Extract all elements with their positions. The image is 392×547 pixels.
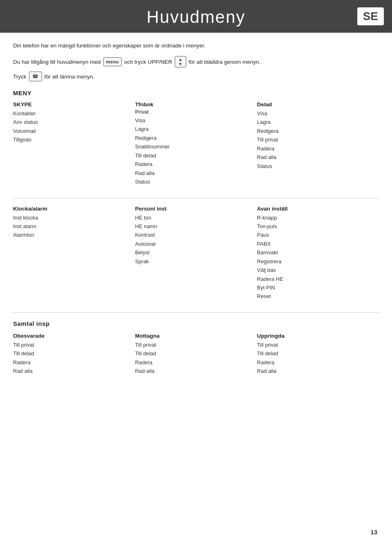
- list-item: Till privat: [135, 341, 253, 349]
- list-item: Visa: [135, 116, 253, 125]
- obesvarade-items: Till privat Till delad Radera Rad alla: [13, 341, 131, 376]
- uppringda-header: Uppringda: [257, 333, 375, 339]
- intro-line2: Du har tillgång till huvudmenyn med menu…: [13, 56, 379, 67]
- menu-col-klocka: Klocka/alarm Inst klocka Inst alarm Alar…: [13, 206, 135, 301]
- list-item: Till delad: [135, 151, 253, 160]
- list-item: Rad alla: [257, 153, 375, 161]
- tfnbok-subheader: Privat: [135, 109, 253, 115]
- menu-col-delad: Delad Visa Lagra Redigera Till privat Ra…: [257, 101, 379, 186]
- list-item: Rad alla: [135, 169, 253, 177]
- menu-grid-2: Klocka/alarm Inst klocka Inst alarm Alar…: [13, 206, 379, 301]
- list-item: Alarmton: [13, 231, 131, 239]
- skype-header: SKYPE: [13, 101, 131, 108]
- menu-col-avan: Avan inställ R-knapp Ton-puls Paus PABX …: [257, 206, 379, 301]
- klocka-header: Klocka/alarm: [13, 206, 131, 212]
- list-item: Paus: [257, 231, 375, 239]
- list-item: Tillgodo: [13, 135, 131, 144]
- list-item: HE namn: [135, 222, 253, 231]
- intro-line3-pre: Tryck: [13, 74, 27, 80]
- list-item: Rad alla: [13, 367, 131, 375]
- list-item: Ton-puls: [257, 222, 375, 231]
- list-item: Rad alla: [135, 367, 253, 375]
- list-item: Status: [257, 162, 375, 170]
- list-item: Status: [135, 177, 253, 186]
- list-item: Anv status: [13, 118, 131, 126]
- language-badge: SE: [357, 7, 384, 25]
- delad-header: Delad: [257, 101, 375, 108]
- intro-line2-mid: och tryck UPP/NER: [124, 59, 172, 65]
- list-item: Till delad: [135, 349, 253, 358]
- list-item: Voicemail: [13, 127, 131, 135]
- list-item: Inst klocka: [13, 213, 131, 222]
- list-item: HE ton: [135, 213, 253, 222]
- intro-line3: Tryck ☎ för att lämna menyn.: [13, 72, 379, 81]
- list-item: Radera: [257, 358, 375, 367]
- divider-1: [13, 198, 379, 198]
- list-item: Visa: [257, 109, 375, 118]
- obesvarade-header: Obesvarade: [13, 333, 131, 339]
- list-item: Radera: [135, 358, 253, 367]
- list-item: Snabbnummer: [135, 142, 253, 151]
- list-item: Lagra: [135, 125, 253, 133]
- menu-button-icon: menu: [103, 57, 122, 66]
- menu-section-1: SKYPE Kontakter Anv status Voicemail Til…: [13, 101, 379, 186]
- personl-items: HE ton HE namn Kontrast Autosvar Belyst …: [135, 213, 253, 266]
- list-item: Registrera: [257, 257, 375, 266]
- delad-items: Visa Lagra Redigera Till privat Radera R…: [257, 109, 375, 170]
- list-item: Byt PIN: [257, 283, 375, 292]
- list-item: Radera: [13, 358, 131, 367]
- list-item: Kontrast: [135, 231, 253, 239]
- menu-col-uppringda: Uppringda Till privat Till delad Radera …: [257, 333, 379, 376]
- intro-line2-pre: Du har tillgång till huvudmenyn med: [13, 59, 101, 65]
- menu-col-personl: Personl inst HE ton HE namn Kontrast Aut…: [135, 206, 257, 301]
- personl-header: Personl inst: [135, 206, 253, 212]
- menu-section-2: Klocka/alarm Inst klocka Inst alarm Alar…: [13, 206, 379, 301]
- page-title: Huvudmeny: [147, 7, 245, 27]
- list-item: Redigera: [135, 134, 253, 142]
- list-item: Rad alla: [257, 367, 375, 375]
- menu-grid-1: SKYPE Kontakter Anv status Voicemail Til…: [13, 101, 379, 186]
- intro-line3-post: för att lämna menyn.: [45, 74, 95, 80]
- list-item: Radera HE: [257, 275, 375, 283]
- menu-col-tfnbok: Tfnbok Privat Visa Lagra Redigera Snabbn…: [135, 101, 257, 186]
- uppringda-items: Till privat Till delad Radera Rad alla: [257, 341, 375, 376]
- tfnbok-items: Visa Lagra Redigera Snabbnummer Till del…: [135, 116, 253, 186]
- divider-2: [13, 312, 379, 313]
- samtal-insp-heading: Samtal insp: [13, 320, 379, 327]
- list-item: Redigera: [257, 127, 375, 135]
- menu-col-obesvarade: Obesvarade Till privat Till delad Radera…: [13, 333, 135, 376]
- skype-items: Kontakter Anv status Voicemail Tillgodo: [13, 109, 131, 144]
- tfnbok-header: Tfnbok: [135, 101, 253, 108]
- list-item: R-knapp: [257, 213, 375, 222]
- list-item: Kontakter: [13, 109, 131, 118]
- intro-line2-post: för att bläddra genom menyn.: [189, 59, 261, 65]
- list-item: Belyst: [135, 248, 253, 257]
- page-header: Huvudmeny SE: [0, 0, 392, 33]
- meny-heading: MENY: [13, 90, 379, 96]
- list-item: Till privat: [257, 341, 375, 349]
- menu-grid-3: Obesvarade Till privat Till delad Radera…: [13, 333, 379, 376]
- list-item: Autosvar: [135, 240, 253, 248]
- list-item: Barnvakt: [257, 248, 375, 257]
- menu-col-mottagna: Mottagna Till privat Till delad Radera R…: [135, 333, 257, 376]
- list-item: PABX: [257, 240, 375, 248]
- list-item: Radera: [257, 144, 375, 153]
- list-item: Reset: [257, 292, 375, 300]
- klocka-items: Inst klocka Inst alarm Alarmton: [13, 213, 131, 240]
- list-item: Sprak: [135, 257, 253, 266]
- phone-button-icon: ☎: [29, 72, 42, 81]
- page-content: Din telefon har en mängd funktioner och …: [0, 33, 392, 404]
- list-item: Till privat: [13, 341, 131, 349]
- list-item: Välj bas: [257, 266, 375, 274]
- updown-arrow-icon: ▲▼: [175, 56, 186, 67]
- list-item: Till delad: [13, 349, 131, 358]
- menu-col-skype: SKYPE Kontakter Anv status Voicemail Til…: [13, 101, 135, 186]
- avan-header: Avan inställ: [257, 206, 375, 212]
- list-item: Till delad: [257, 349, 375, 358]
- intro-line1: Din telefon har en mängd funktioner och …: [13, 43, 379, 49]
- list-item: Inst alarm: [13, 222, 131, 231]
- page-number: 13: [370, 529, 377, 536]
- list-item: Till privat: [257, 135, 375, 144]
- menu-section-3: Samtal insp Obesvarade Till privat Till …: [13, 320, 379, 376]
- list-item: Lagra: [257, 118, 375, 126]
